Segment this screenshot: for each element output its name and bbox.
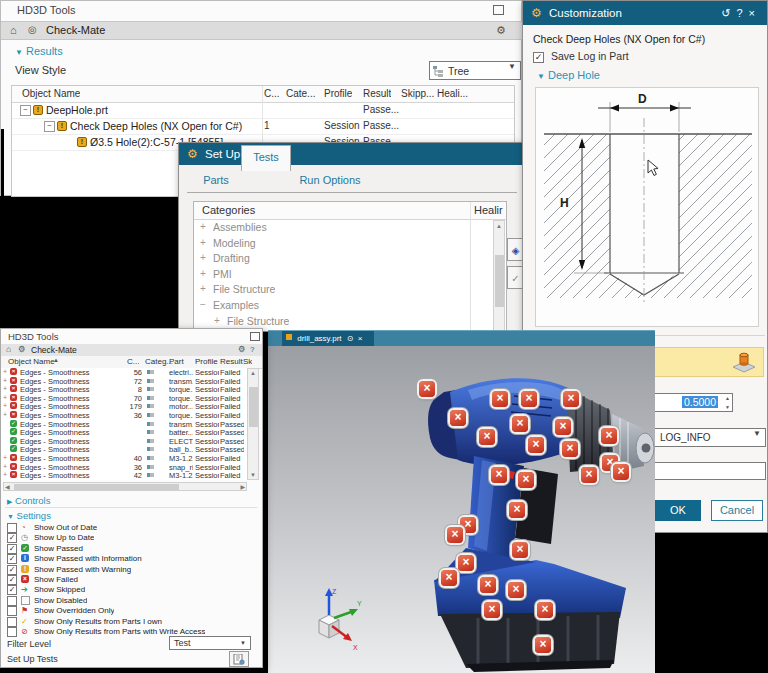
expander-icon[interactable]: + bbox=[3, 368, 7, 375]
category-item[interactable]: −Examples bbox=[194, 298, 506, 313]
pin-icon[interactable]: ⊙ bbox=[347, 334, 354, 343]
setting-row[interactable]: ✓✓Show Passed bbox=[7, 544, 257, 554]
checkbox[interactable] bbox=[7, 606, 17, 616]
checkbox-checked[interactable]: ✓ bbox=[7, 533, 17, 543]
viewport-tab[interactable]: drill_assy.prt ⊙ × bbox=[282, 331, 374, 347]
spinner-up-icon[interactable]: ▲ bbox=[725, 395, 730, 401]
table-row[interactable]: ✓Edges - Smoothnesstransm...SessionPasse… bbox=[1, 420, 247, 429]
failed-check-marker[interactable]: × bbox=[562, 441, 578, 457]
home-icon[interactable]: ⌂ bbox=[6, 344, 11, 354]
orientation-triad[interactable]: Z Y X bbox=[294, 586, 364, 656]
expander-icon[interactable]: − bbox=[20, 105, 31, 116]
table-row[interactable]: +×Edges - Smoothness179motor...SessionFa… bbox=[1, 402, 247, 411]
table-row[interactable]: ✓Edges - Smoothnessbatter...SessionPasse… bbox=[1, 428, 247, 437]
view-style-dropdown[interactable]: Tree ▼ bbox=[429, 61, 521, 80]
save-log-checkbox-row[interactable]: ✓ Save Log in Part bbox=[533, 50, 629, 63]
failed-check-marker[interactable]: × bbox=[601, 428, 617, 444]
checkbox-checked[interactable]: ✓ bbox=[533, 52, 544, 63]
deep-hole-section-header[interactable]: ▼ Deep Hole bbox=[537, 69, 600, 81]
failed-check-marker[interactable]: × bbox=[555, 419, 571, 435]
checkbox-checked[interactable]: ✓ bbox=[7, 565, 17, 575]
table-row[interactable]: +×Edges - Smoothness40M3-1.2...SessionFa… bbox=[1, 454, 247, 463]
expander-icon[interactable]: + bbox=[200, 221, 206, 232]
column-header[interactable]: Heali... bbox=[437, 88, 468, 99]
checkbox[interactable] bbox=[7, 617, 17, 627]
failed-check-marker[interactable]: × bbox=[419, 381, 435, 397]
viewport-canvas[interactable]: Z Y X ××××××××××××××××××××××××××× bbox=[268, 346, 655, 673]
table-row[interactable]: +×Edges - Smoothness42M3-1.2...SessionFa… bbox=[1, 471, 247, 480]
setting-row[interactable]: ✓iShow Passed with Information bbox=[7, 554, 257, 564]
category-item[interactable]: +Assemblies bbox=[194, 220, 506, 235]
failed-check-marker[interactable]: × bbox=[535, 637, 551, 653]
failed-check-marker[interactable]: × bbox=[512, 542, 528, 558]
column-header[interactable]: Cate... bbox=[286, 88, 315, 99]
column-header[interactable]: C... bbox=[264, 88, 280, 99]
expander-icon[interactable]: + bbox=[3, 463, 7, 470]
setting-row[interactable]: Show Disabled bbox=[7, 596, 257, 606]
ratio-spinner-field[interactable]: 0.5000 ▲ ▼ bbox=[649, 393, 733, 412]
customization-titlebar[interactable]: ⚙ Customization ↺?× bbox=[523, 1, 767, 25]
column-header[interactable]: Part bbox=[169, 357, 184, 366]
failed-check-marker[interactable]: × bbox=[563, 391, 579, 407]
checkbox[interactable] bbox=[7, 523, 17, 533]
gear-icon[interactable]: ⚙ bbox=[496, 24, 506, 37]
spinner-down-icon[interactable]: ▼ bbox=[725, 404, 730, 410]
failed-check-marker[interactable]: × bbox=[518, 472, 534, 488]
expander-icon[interactable]: + bbox=[3, 471, 7, 478]
home-icon[interactable]: ⌂ bbox=[10, 24, 17, 36]
failed-check-marker[interactable]: × bbox=[492, 391, 508, 407]
settings-section-header[interactable]: ▼ Settings bbox=[7, 510, 51, 521]
expander-icon[interactable]: + bbox=[214, 315, 220, 326]
table-row[interactable]: +×Edges - Smoothness36snap_ri...SessionF… bbox=[1, 463, 247, 472]
setting-row[interactable]: ⚑Show Overridden Only bbox=[7, 606, 257, 616]
expander-icon[interactable]: + bbox=[3, 385, 7, 392]
close-icon[interactable]: × bbox=[749, 7, 761, 19]
sort-ascending-icon[interactable]: ▲ bbox=[53, 357, 59, 363]
expander-icon[interactable]: + bbox=[200, 283, 206, 294]
categories-header[interactable]: Categories bbox=[202, 204, 255, 216]
failed-check-marker[interactable]: × bbox=[491, 467, 507, 483]
categories-scrollbar[interactable]: ▲ bbox=[493, 220, 505, 332]
cancel-button[interactable]: Cancel bbox=[711, 500, 763, 521]
tab-run-options[interactable]: Run Options bbox=[291, 169, 369, 191]
setting-row[interactable]: ✓Show Only Results from Parts I own bbox=[7, 617, 257, 627]
expander-icon[interactable]: + bbox=[3, 394, 7, 401]
table-row[interactable]: +×Edges - Smoothness70torque...SessionFa… bbox=[1, 394, 247, 403]
column-header[interactable]: Skipp... bbox=[401, 88, 434, 99]
results-section-header[interactable]: ▼ Results bbox=[15, 45, 63, 57]
failed-check-marker[interactable]: × bbox=[450, 410, 466, 426]
category-item[interactable]: +Drafting bbox=[194, 251, 506, 266]
table-row[interactable]: +×Edges - Smoothness56electri...SessionF… bbox=[1, 368, 247, 377]
gear-icon[interactable]: ⚙ bbox=[18, 344, 26, 354]
help-icon[interactable]: ? bbox=[250, 345, 254, 354]
filter-level-dropdown[interactable]: Test ▼ bbox=[169, 636, 251, 650]
category-item[interactable]: +Modeling bbox=[194, 236, 506, 251]
table-row[interactable]: ✓Edges - Smoothnessball_b...SessionPasse… bbox=[1, 445, 247, 454]
help-icon[interactable]: ? bbox=[736, 7, 748, 19]
expander-icon[interactable]: + bbox=[200, 268, 206, 279]
category-item[interactable]: +File Structure bbox=[194, 282, 506, 297]
column-header[interactable]: Result bbox=[220, 357, 243, 366]
checkbox-checked[interactable]: ✓ bbox=[7, 575, 17, 585]
gear-icon[interactable]: ⚙ bbox=[238, 344, 246, 354]
failed-check-marker[interactable]: × bbox=[447, 527, 463, 543]
healing-header[interactable]: Healir bbox=[474, 204, 503, 216]
expander-icon[interactable]: + bbox=[200, 252, 206, 263]
checkbox-checked[interactable]: ✓ bbox=[7, 554, 17, 564]
setting-row[interactable]: ✓×Show Failed bbox=[7, 575, 257, 585]
checkbox[interactable] bbox=[7, 596, 17, 606]
setting-row[interactable]: ✓➔Show Skipped bbox=[7, 585, 257, 595]
horizontal-scrollbar[interactable]: ◀ ▶ bbox=[3, 482, 247, 491]
tab-parts[interactable]: Parts bbox=[193, 169, 239, 191]
target-icon[interactable]: ◎ bbox=[28, 24, 37, 35]
table-row[interactable]: ✓Edges - SmoothnessELECT...SessionPassed bbox=[1, 437, 247, 446]
failed-check-marker[interactable]: × bbox=[480, 577, 496, 593]
empty-text-field[interactable] bbox=[647, 462, 766, 480]
tab-tests[interactable]: Tests bbox=[241, 145, 291, 171]
restore-icon[interactable] bbox=[250, 332, 260, 341]
column-header[interactable]: Result bbox=[363, 88, 391, 99]
restore-icon[interactable] bbox=[493, 5, 504, 15]
failed-check-marker[interactable]: × bbox=[581, 467, 597, 483]
expander-icon[interactable]: + bbox=[3, 411, 7, 418]
failed-check-marker[interactable]: × bbox=[509, 502, 525, 518]
